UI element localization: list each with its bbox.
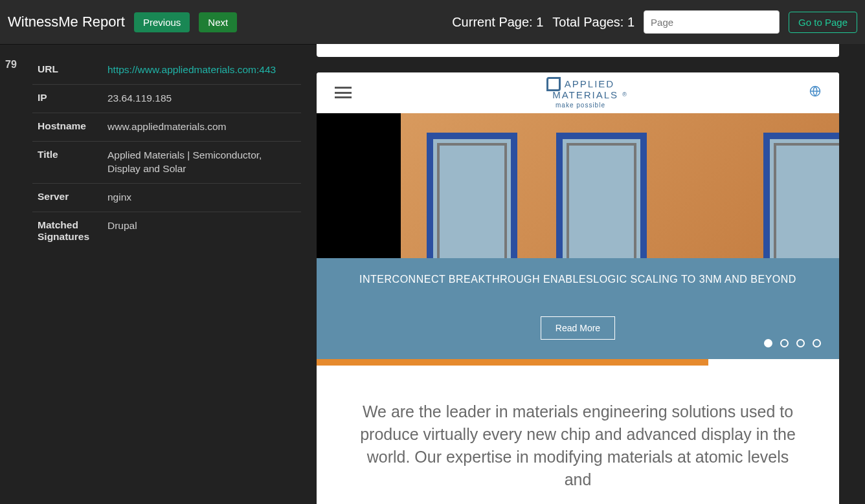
white-gap <box>317 366 839 400</box>
meta-val: nginx <box>107 191 296 204</box>
meta-val: Drupal <box>107 219 296 243</box>
metadata-panel: 79 URL https://www.appliedmaterials.com:… <box>0 44 317 504</box>
meta-key: IP <box>38 92 107 105</box>
meta-row-ip: IP 23.64.119.185 <box>32 85 301 113</box>
previous-button[interactable]: Previous <box>134 12 190 32</box>
hamburger-icon[interactable] <box>335 87 352 98</box>
carousel-dot-1[interactable] <box>764 339 772 347</box>
main-area: 79 URL https://www.appliedmaterials.com:… <box>0 44 865 504</box>
total-pages-label: Total Pages: 1 <box>552 15 635 30</box>
meta-row-title: Title Applied Materials | Semiconductor,… <box>32 142 301 184</box>
meta-val-url[interactable]: https://www.appliedmaterials.com:443 <box>107 63 296 77</box>
meta-key: Title <box>38 149 107 176</box>
carousel-dots <box>764 339 821 347</box>
meta-row-url: URL https://www.appliedmaterials.com:443 <box>32 56 301 85</box>
carousel-dot-3[interactable] <box>796 339 805 347</box>
banner-title: INTERCONNECT BREAKTHROUGH ENABLESLOGIC S… <box>330 274 826 285</box>
logo-line-2: MATERIALS <box>552 89 618 100</box>
logo-line-1: APPLIED <box>565 78 614 89</box>
page-input[interactable] <box>644 10 780 34</box>
carousel-dot-2[interactable] <box>780 339 789 347</box>
globe-icon[interactable] <box>809 85 821 100</box>
logo-tagline: make possible <box>556 102 605 109</box>
accent-bar <box>317 359 708 366</box>
top-bar: WitnessMe Report Previous Next Current P… <box>0 0 865 44</box>
metadata-table: URL https://www.appliedmaterials.com:443… <box>32 56 301 250</box>
go-to-page-button[interactable]: Go to Page <box>789 12 857 33</box>
meta-row-server: Server nginx <box>32 184 301 212</box>
hero-image <box>317 113 839 258</box>
site-logo[interactable]: APPLIED MATERIALS® make possible <box>534 78 627 107</box>
entry-index: 79 <box>5 59 17 71</box>
meta-key: URL <box>38 63 107 77</box>
meta-key: Server <box>38 191 107 204</box>
intro-text: We are the leader in materials engineeri… <box>317 400 839 504</box>
read-more-button[interactable]: Read More <box>541 316 615 340</box>
meta-key: Matched Signatures <box>38 219 107 243</box>
meta-val: 23.64.119.185 <box>107 92 296 105</box>
previous-entry-card-edge <box>317 44 839 57</box>
captured-site: APPLIED MATERIALS® make possible <box>317 72 839 504</box>
meta-val: www.appliedmaterials.com <box>107 120 296 134</box>
meta-key: Hostname <box>38 120 107 134</box>
current-page-label: Current Page: 1 <box>452 15 543 30</box>
carousel-dot-4[interactable] <box>813 339 821 347</box>
meta-row-signatures: Matched Signatures Drupal <box>32 212 301 250</box>
meta-row-hostname: Hostname www.appliedmaterials.com <box>32 113 301 142</box>
next-button[interactable]: Next <box>199 12 237 32</box>
meta-val: Applied Materials | Semiconductor, Displ… <box>107 149 296 176</box>
app-title: WitnessMe Report <box>8 14 125 30</box>
hero-banner: INTERCONNECT BREAKTHROUGH ENABLESLOGIC S… <box>317 258 839 359</box>
screenshot-panel: APPLIED MATERIALS® make possible <box>317 44 865 504</box>
site-header: APPLIED MATERIALS® make possible <box>317 72 839 113</box>
